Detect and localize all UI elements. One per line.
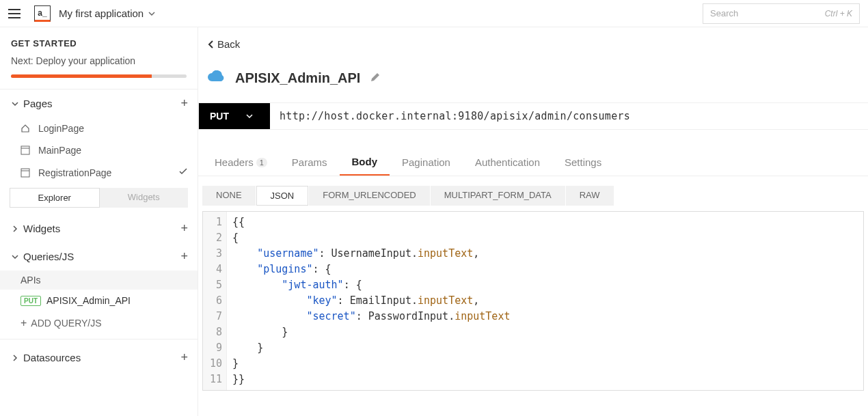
body-tab-none[interactable]: NONE (202, 186, 256, 206)
page-label: RegistrationPage (38, 167, 111, 178)
page-label: MainPage (38, 145, 81, 156)
progress-bar (11, 74, 187, 78)
content-area: Back APISIX_Admin_API PUT http://host.do… (198, 27, 868, 416)
page-item-registration[interactable]: RegistrationPage (0, 161, 198, 184)
back-label: Back (217, 38, 240, 50)
back-button[interactable]: Back (202, 38, 868, 61)
chevron-down-icon (245, 112, 254, 120)
menu-icon[interactable] (8, 6, 26, 21)
tab-settings[interactable]: Settings (552, 149, 614, 176)
line-gutter: 1234567891011 (203, 212, 227, 390)
code-editor[interactable]: 1234567891011 {{ { "username": UsernameI… (202, 211, 864, 391)
svg-rect-2 (21, 169, 29, 177)
method-label: PUT (210, 111, 229, 122)
sidebar: GET STARTED Next: Deploy your applicatio… (0, 27, 198, 416)
get-started-title: GET STARTED (11, 38, 187, 48)
query-group-apis[interactable]: APIs (0, 271, 198, 290)
add-query-button[interactable]: + (180, 249, 188, 264)
search-shortcut-hint: Ctrl + K (825, 9, 852, 18)
app-name-label: My first application (59, 8, 144, 19)
page-item-login[interactable]: LoginPage (0, 117, 198, 139)
section-datasources-label: Datasources (23, 352, 180, 363)
plus-icon: + (21, 317, 27, 329)
explorer-widgets-tabs: Explorer Widgets (10, 188, 188, 208)
tab-body[interactable]: Body (340, 149, 390, 176)
tab-label: Pagination (402, 156, 450, 168)
edit-icon[interactable] (370, 72, 381, 85)
request-row: PUT http://host.docker.internal:9180/api… (198, 102, 868, 130)
body-tab-form[interactable]: FORM_URLENCODED (309, 186, 430, 206)
url-input[interactable]: http://host.docker.internal:9180/apisix/… (270, 103, 868, 129)
section-pages[interactable]: Pages + (0, 89, 198, 117)
tab-label: Params (292, 156, 327, 168)
svg-rect-0 (21, 146, 29, 154)
body-type-tabs: NONE JSON FORM_URLENCODED MULTIPART_FORM… (202, 186, 864, 206)
section-queries-label: Queries/JS (23, 251, 180, 262)
add-widget-button[interactable]: + (180, 221, 188, 236)
app-selector[interactable]: My first application (59, 8, 156, 19)
tab-label: Settings (565, 156, 601, 168)
app-logo: a_ (34, 5, 51, 22)
search-input[interactable]: Search Ctrl + K (703, 3, 860, 24)
add-datasource-button[interactable]: + (180, 350, 188, 365)
tab-count: 1 (256, 158, 267, 167)
body-tab-json[interactable]: JSON (256, 186, 309, 206)
tab-widgets[interactable]: Widgets (100, 188, 189, 208)
check-icon (178, 167, 188, 178)
get-started-panel: GET STARTED Next: Deploy your applicatio… (0, 27, 198, 89)
method-badge: PUT (21, 296, 41, 306)
tab-label: Headers (215, 156, 254, 168)
progress-fill (11, 74, 152, 78)
code-content[interactable]: {{ { "username": UsernameInput.inputText… (227, 212, 515, 390)
add-query-js-button[interactable]: + ADD QUERY/JS (0, 311, 198, 335)
section-widgets[interactable]: Widgets + (0, 214, 198, 242)
section-pages-label: Pages (23, 98, 180, 109)
tab-params[interactable]: Params (280, 149, 340, 176)
query-name: APISIX_Admin_API (46, 295, 131, 306)
chevron-right-icon (10, 354, 21, 362)
section-datasources[interactable]: Datasources + (0, 344, 198, 372)
chevron-down-icon (148, 10, 156, 18)
search-placeholder: Search (710, 8, 738, 18)
tab-explorer[interactable]: Explorer (10, 188, 100, 208)
chevron-down-icon (10, 253, 21, 261)
request-tabs: Headers 1 Params Body Pagination Authent… (198, 149, 868, 176)
section-queries[interactable]: Queries/JS + (0, 242, 198, 271)
body-tab-raw[interactable]: RAW (566, 186, 614, 206)
chevron-right-icon (10, 225, 21, 233)
tab-pagination[interactable]: Pagination (390, 149, 463, 176)
tab-headers[interactable]: Headers 1 (202, 149, 280, 176)
add-query-label: ADD QUERY/JS (31, 318, 101, 329)
page-icon (21, 168, 33, 178)
page-icon (21, 145, 33, 155)
get-started-next[interactable]: Next: Deploy your application (11, 55, 187, 66)
add-page-button[interactable]: + (180, 96, 188, 111)
page-item-main[interactable]: MainPage (0, 139, 198, 161)
body-tab-multipart[interactable]: MULTIPART_FORM_DATA (431, 186, 565, 206)
home-icon (21, 124, 33, 133)
section-widgets-label: Widgets (23, 223, 180, 234)
method-selector[interactable]: PUT (199, 103, 270, 129)
cloud-icon (206, 70, 226, 86)
chevron-left-icon (206, 40, 216, 49)
query-item-apisix[interactable]: PUT APISIX_Admin_API (0, 290, 198, 311)
topbar: a_ My first application Search Ctrl + K (0, 0, 868, 27)
page-label: LoginPage (38, 123, 84, 134)
tab-label: Body (352, 156, 378, 167)
tab-authentication[interactable]: Authentication (463, 149, 552, 176)
page-title: APISIX_Admin_API (235, 70, 360, 86)
chevron-down-icon (10, 100, 21, 108)
tab-label: Authentication (475, 156, 540, 168)
